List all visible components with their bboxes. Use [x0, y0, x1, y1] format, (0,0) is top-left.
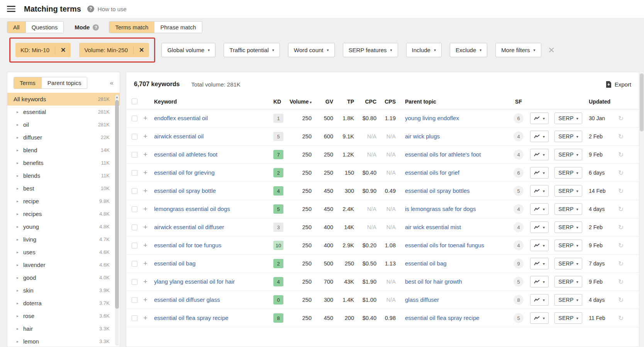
refresh-icon[interactable]: ↻: [616, 114, 626, 122]
col-header-kd[interactable]: KD: [270, 99, 287, 105]
parent-topic-link[interactable]: essential oils for grief: [405, 169, 459, 176]
keyword-link[interactable]: essential oil diffuser glass: [154, 296, 220, 303]
keyword-link[interactable]: airwick essential oil diffuser: [154, 224, 224, 230]
refresh-icon[interactable]: ↻: [616, 205, 626, 213]
sidebar-term-item[interactable]: ▸lemon3.3K: [7, 335, 120, 347]
expand-arrow-icon[interactable]: ▸: [17, 186, 23, 191]
collapse-sidebar-icon[interactable]: «: [110, 79, 115, 87]
parent-topic-link[interactable]: essential oil bag: [405, 260, 447, 267]
expand-arrow-icon[interactable]: ▸: [17, 288, 23, 293]
clear-filters-icon[interactable]: ✕: [548, 46, 555, 55]
tab-all[interactable]: All: [7, 22, 26, 33]
refresh-icon[interactable]: ↻: [616, 296, 626, 304]
tab-phrase-match[interactable]: Phrase match: [154, 22, 202, 33]
remove-filter-icon[interactable]: ✕: [139, 46, 144, 54]
serp-button[interactable]: SERP▾: [554, 240, 582, 251]
parent-topic-link[interactable]: glass diffuser: [405, 296, 439, 303]
sidebar-term-item[interactable]: ▸skin3.9K: [7, 284, 120, 297]
parent-topic-link[interactable]: essential oil flea spray recipe: [405, 315, 480, 321]
expand-arrow-icon[interactable]: ▸: [17, 148, 23, 152]
row-checkbox[interactable]: [132, 243, 137, 248]
expand-arrow-icon[interactable]: ▸: [17, 135, 23, 139]
scroll-up-icon[interactable]: ▲: [115, 95, 119, 99]
add-to-list-icon[interactable]: +: [143, 259, 154, 268]
sidebar-term-item[interactable]: ▸diffuser22K: [7, 131, 120, 144]
expand-arrow-icon[interactable]: ▸: [17, 339, 23, 344]
expand-arrow-icon[interactable]: ▸: [17, 327, 23, 331]
more-filters-dropdown[interactable]: More filters▾: [495, 43, 541, 57]
sidebar-term-item[interactable]: ▸benefits11K: [7, 156, 120, 169]
sidebar-term-item[interactable]: ▸oil281K: [7, 118, 120, 131]
mode-help-icon[interactable]: ?: [93, 24, 99, 31]
serp-button[interactable]: SERP▾: [554, 294, 582, 306]
filter-chip-volume[interactable]: Volume: Min-250 ✕: [79, 43, 149, 57]
parent-topic-link[interactable]: air wick essential mist: [405, 224, 461, 230]
refresh-icon[interactable]: ↻: [616, 187, 626, 195]
help-icon[interactable]: ?: [87, 5, 94, 12]
expand-arrow-icon[interactable]: ▸: [17, 314, 23, 318]
traffic-potential-dropdown[interactable]: Traffic potential▾: [224, 43, 280, 57]
tab-terms-match[interactable]: Terms match: [109, 22, 154, 33]
row-checkbox[interactable]: [132, 261, 137, 267]
expand-arrow-icon[interactable]: ▸: [17, 276, 23, 280]
col-header-updated[interactable]: Updated: [585, 99, 616, 105]
global-volume-dropdown[interactable]: Global volume▾: [161, 43, 215, 57]
serp-button[interactable]: SERP▾: [554, 203, 582, 215]
parent-topic-link[interactable]: young living endoflex: [405, 115, 459, 121]
add-to-list-icon[interactable]: +: [143, 168, 154, 177]
expand-arrow-icon[interactable]: ▸: [17, 174, 23, 178]
sidebar-term-item[interactable]: ▸blends11K: [7, 169, 120, 182]
row-checkbox[interactable]: [132, 134, 137, 139]
expand-arrow-icon[interactable]: ▸: [17, 212, 23, 216]
position-chart-button[interactable]: ▾: [530, 149, 549, 160]
expand-arrow-icon[interactable]: ▸: [17, 122, 23, 127]
keyword-link[interactable]: airwick essential oil: [154, 133, 203, 139]
expand-arrow-icon[interactable]: ▸: [17, 110, 23, 114]
refresh-icon[interactable]: ↻: [616, 278, 626, 286]
col-header-cpc[interactable]: CPC: [356, 99, 379, 105]
add-to-list-icon[interactable]: +: [143, 277, 154, 286]
keyword-link[interactable]: essential oil flea spray recipe: [154, 315, 229, 321]
row-checkbox[interactable]: [132, 170, 137, 176]
position-chart-button[interactable]: ▾: [530, 112, 549, 124]
col-header-sf[interactable]: SF: [510, 99, 527, 105]
serp-button[interactable]: SERP▾: [554, 112, 582, 124]
sidebar-term-item[interactable]: ▸recipe9.8K: [7, 195, 120, 208]
word-count-dropdown[interactable]: Word count▾: [288, 43, 334, 57]
expand-arrow-icon[interactable]: ▸: [17, 263, 23, 267]
keyword-link[interactable]: essential oil bag: [154, 260, 196, 267]
serp-button[interactable]: SERP▾: [554, 185, 582, 197]
col-header-parent-topic[interactable]: Parent topic: [398, 99, 510, 105]
sidebar-term-item[interactable]: ▸recipes4.8K: [7, 208, 120, 220]
include-dropdown[interactable]: Include▾: [406, 43, 442, 57]
position-chart-button[interactable]: ▾: [530, 240, 549, 251]
serp-button[interactable]: SERP▾: [554, 258, 582, 269]
serp-button[interactable]: SERP▾: [554, 131, 582, 142]
sidebar-term-item[interactable]: ▸hair3.3K: [7, 322, 120, 335]
serp-button[interactable]: SERP▾: [554, 276, 582, 287]
parent-topic-link[interactable]: essential oil spray bottles: [405, 187, 470, 194]
parent-topic-link[interactable]: essential oils for toenail fungus: [405, 242, 484, 248]
tab-parent-topics[interactable]: Parent topics: [42, 77, 87, 88]
col-header-volume[interactable]: Volume▾: [287, 99, 314, 105]
keyword-link[interactable]: lemongrass essential oil dogs: [154, 206, 230, 212]
expand-arrow-icon[interactable]: ▸: [17, 237, 23, 242]
expand-arrow-icon[interactable]: ▸: [17, 161, 23, 165]
add-to-list-icon[interactable]: +: [143, 114, 154, 122]
row-checkbox[interactable]: [132, 279, 137, 285]
sidebar-term-item[interactable]: ▸essential281K: [7, 105, 120, 118]
refresh-icon[interactable]: ↻: [616, 260, 626, 268]
keyword-link[interactable]: essential oil for toe fungus: [154, 242, 221, 248]
sidebar-term-item[interactable]: ▸uses4.6K: [7, 246, 120, 259]
refresh-icon[interactable]: ↻: [616, 151, 626, 159]
sidebar-term-item[interactable]: ▸doterra3.7K: [7, 297, 120, 310]
add-to-list-icon[interactable]: +: [143, 132, 154, 141]
add-to-list-icon[interactable]: +: [143, 296, 154, 304]
position-chart-button[interactable]: ▾: [530, 258, 549, 269]
keyword-link[interactable]: essential oil spray bottle: [154, 187, 216, 194]
keyword-link[interactable]: essential oil athletes foot: [154, 151, 217, 158]
add-to-list-icon[interactable]: +: [143, 150, 154, 159]
add-to-list-icon[interactable]: +: [143, 223, 154, 231]
position-chart-button[interactable]: ▾: [530, 276, 549, 287]
position-chart-button[interactable]: ▾: [530, 185, 549, 197]
